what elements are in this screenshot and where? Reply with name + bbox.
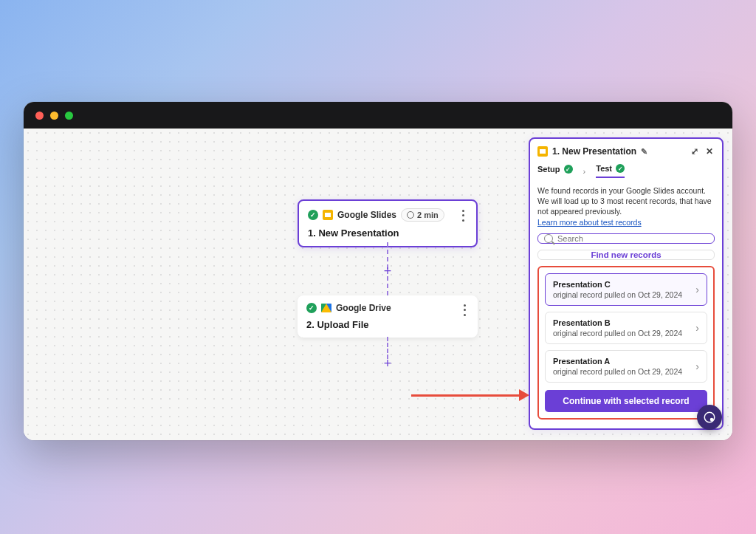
panel-tabs: Setup › Test (537, 164, 715, 178)
record-name: Presentation C (553, 280, 699, 289)
continue-button[interactable]: Continue with selected record (545, 390, 707, 412)
record-subtitle: original record pulled on Oct 29, 2024 (553, 290, 699, 299)
step-menu-button[interactable] (458, 303, 470, 318)
step-title: 2. Upload File (306, 319, 469, 330)
expand-icon[interactable]: ⤢ (690, 146, 700, 157)
search-box[interactable] (537, 233, 715, 244)
search-icon (544, 234, 553, 243)
record-item[interactable]: Presentation A original record pulled on… (545, 350, 707, 383)
learn-more-link[interactable]: Learn more about test records (537, 218, 642, 227)
window-close-dot[interactable] (35, 112, 44, 120)
tab-test[interactable]: Test (596, 164, 625, 178)
edit-icon[interactable]: ✎ (641, 147, 647, 157)
record-subtitle: original record pulled on Oct 29, 2024 (553, 329, 699, 338)
step-app-label: Google Drive (336, 303, 391, 313)
svg-point-0 (704, 412, 715, 422)
check-icon (616, 164, 625, 173)
record-name: Presentation B (553, 318, 699, 327)
tab-setup[interactable]: Setup (537, 165, 573, 177)
step-header: Google Slides 2 min (308, 208, 467, 222)
browser-window: Google Slides 2 min 1. New Presentation … (24, 102, 732, 440)
chevron-right-icon: › (695, 360, 699, 372)
tab-label: Setup (537, 165, 560, 174)
check-icon (564, 165, 573, 174)
callout-arrow (411, 389, 529, 401)
close-icon[interactable]: ✕ (704, 146, 715, 157)
record-subtitle: original record pulled on Oct 29, 2024 (553, 367, 699, 376)
google-slides-icon (537, 146, 548, 157)
test-info-text: We found records in your Google Slides a… (537, 185, 715, 227)
workflow-step-2[interactable]: Google Drive 2. Upload File (298, 295, 478, 338)
tab-label: Test (596, 164, 612, 173)
google-drive-icon (321, 304, 331, 312)
step-config-panel: 1. New Presentation ✎ ⤢ ✕ Setup › Test W… (529, 137, 724, 430)
records-highlight-area: Presentation C original record pulled on… (537, 266, 715, 420)
step-menu-button[interactable] (457, 208, 469, 223)
workflow-canvas[interactable]: Google Slides 2 min 1. New Presentation … (24, 129, 732, 440)
help-fab[interactable] (697, 405, 722, 430)
google-slides-icon (323, 210, 333, 220)
step-header: Google Drive (306, 303, 469, 313)
interval-label: 2 min (417, 210, 439, 219)
chevron-right-icon: › (583, 167, 586, 176)
check-icon (306, 303, 317, 313)
chevron-right-icon: › (695, 284, 699, 295)
record-item[interactable]: Presentation C original record pulled on… (545, 273, 707, 306)
info-text: We found records in your Google Slides a… (537, 186, 712, 216)
clock-icon (407, 211, 414, 219)
window-maximize-dot[interactable] (65, 112, 73, 120)
step-app-label: Google Slides (337, 210, 396, 220)
record-item[interactable]: Presentation B original record pulled on… (545, 312, 707, 344)
find-new-records-button[interactable]: Find new records (537, 250, 715, 260)
interval-pill[interactable]: 2 min (401, 208, 444, 222)
panel-header: 1. New Presentation ✎ ⤢ ✕ (537, 146, 715, 157)
workflow-step-1[interactable]: Google Slides 2 min 1. New Presentation (298, 199, 478, 247)
chevron-right-icon: › (695, 322, 699, 334)
connector-line (387, 276, 388, 295)
search-input[interactable] (557, 234, 708, 243)
add-step-button[interactable]: + (381, 357, 394, 370)
window-titlebar (24, 102, 732, 129)
record-name: Presentation A (553, 357, 699, 366)
window-minimize-dot[interactable] (50, 112, 58, 120)
step-title: 1. New Presentation (308, 227, 467, 239)
check-icon (308, 210, 318, 220)
panel-title: 1. New Presentation (552, 146, 636, 157)
svg-point-1 (710, 418, 714, 422)
